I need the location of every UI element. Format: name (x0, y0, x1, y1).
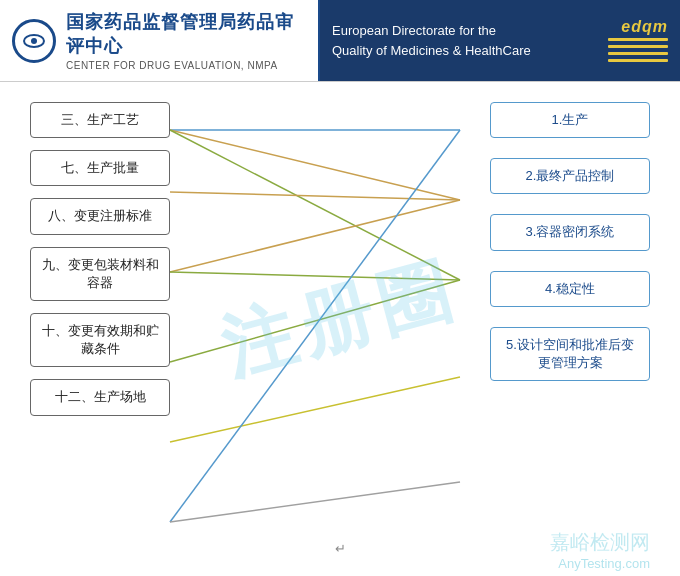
left-item-4: 九、变更包装材料和容器 (30, 247, 170, 301)
header-title-sub: CENTER FOR DRUG EVALUATION, NMPA (66, 60, 306, 71)
header-left: 国家药品监督管理局药品审评中心 CENTER FOR DRUG EVALUATI… (0, 0, 320, 81)
header-title-main: 国家药品监督管理局药品审评中心 (66, 10, 306, 58)
right-item-1: 1.生产 (490, 102, 650, 138)
edqm-line-1 (608, 38, 668, 41)
main-content: 三、生产工艺 七、生产批量 八、变更注册标准 九、变更包装材料和容器 十、变更有… (0, 82, 680, 576)
svg-line-2 (170, 130, 460, 280)
edqm-logo-lines (608, 36, 668, 64)
header-title-block: 国家药品监督管理局药品审评中心 CENTER FOR DRUG EVALUATI… (66, 10, 306, 71)
svg-line-9 (170, 482, 460, 522)
svg-line-7 (170, 377, 460, 442)
right-item-3: 3.容器密闭系统 (490, 214, 650, 250)
svg-line-1 (170, 130, 460, 200)
eye-icon (23, 34, 45, 48)
edqm-line1: European Directorate for the (332, 23, 496, 38)
left-boxes: 三、生产工艺 七、生产批量 八、变更注册标准 九、变更包装材料和容器 十、变更有… (30, 102, 170, 416)
edqm-line-3 (608, 52, 668, 55)
edqm-line-4 (608, 59, 668, 62)
left-item-1: 三、生产工艺 (30, 102, 170, 138)
svg-line-4 (170, 200, 460, 272)
edqm-brand: edqm (621, 18, 668, 36)
watermark-site2: AnyTesting.com (558, 556, 650, 571)
right-item-5: 5.设计空间和批准后变更管理方案 (490, 327, 650, 381)
left-item-3: 八、变更注册标准 (30, 198, 170, 234)
right-item-4: 4.稳定性 (490, 271, 650, 307)
header-right: European Directorate for the Quality of … (320, 0, 680, 81)
watermark-main: 注册圈 (212, 242, 469, 397)
left-item-2: 七、生产批量 (30, 150, 170, 186)
svg-line-8 (170, 130, 460, 522)
svg-line-3 (170, 192, 460, 200)
left-item-5: 十、变更有效期和贮藏条件 (30, 313, 170, 367)
header: 国家药品监督管理局药品审评中心 CENTER FOR DRUG EVALUATI… (0, 0, 680, 82)
right-boxes: 1.生产 2.最终产品控制 3.容器密闭系统 4.稳定性 5.设计空间和批准后变… (490, 102, 650, 381)
watermark-site1: 嘉峪检测网 (550, 529, 650, 556)
logo-icon (12, 19, 56, 63)
svg-line-6 (170, 280, 460, 362)
footer-icon: ↵ (335, 541, 346, 556)
edqm-line-2 (608, 45, 668, 48)
edqm-text: European Directorate for the Quality of … (332, 21, 598, 60)
svg-line-5 (170, 272, 460, 280)
left-item-6: 十二、生产场地 (30, 379, 170, 415)
edqm-logo: edqm (608, 18, 668, 64)
right-item-2: 2.最终产品控制 (490, 158, 650, 194)
edqm-line2: Quality of Medicines & HealthCare (332, 43, 531, 58)
